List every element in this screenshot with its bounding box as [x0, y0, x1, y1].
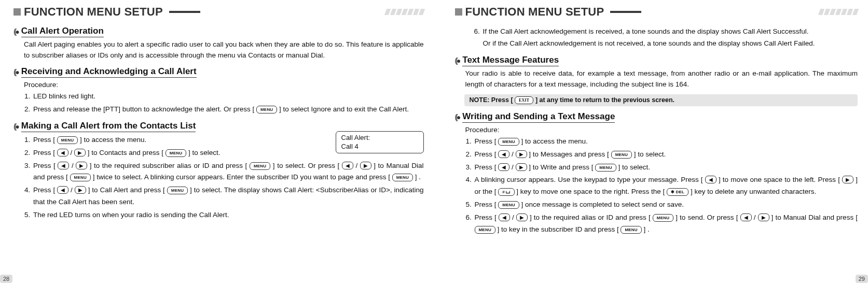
title-bar — [610, 11, 858, 13]
display-line: Call Alert: — [341, 134, 418, 142]
section-title: Call Alert Operation — [21, 26, 104, 37]
signal-icon: ((● — [13, 27, 18, 36]
right-arrow-icon: ▶ — [74, 149, 86, 156]
note-box: NOTE: Press [ EXIT ] at any time to retu… — [464, 94, 858, 106]
left-arrow-icon: ◀ — [499, 213, 510, 221]
section-body: Call Alert paging enables you to alert a… — [13, 39, 424, 61]
left-arrow-icon: ◀ — [57, 186, 68, 194]
section-call-alert-operation: ((● Call Alert Operation Call Alert pagi… — [13, 26, 424, 61]
section-making-call-alert: ((● Making a Call Alert from the Contact… — [13, 121, 424, 222]
left-arrow-icon: ◀ — [498, 163, 509, 171]
menu-button-icon: MENU — [653, 214, 673, 222]
list-item: Press [ ◀ / ▶ ] to the required subscrib… — [32, 160, 424, 184]
page-title: FUNCTION MENU SETUP — [24, 5, 163, 19]
menu-button-icon: MENU — [256, 106, 277, 113]
section-writing-text-message: ((● Writing and Sending a Text Message P… — [455, 111, 858, 236]
procedure-list: Press [ MENU ] to access the menu. Press… — [455, 136, 858, 236]
page-number: 29 — [856, 275, 868, 283]
hash-key-icon: # ⌴ — [498, 188, 514, 196]
right-page: FUNCTION MENU SETUP If the Call Alert ac… — [434, 0, 869, 285]
section-title: Making a Call Alert from the Contacts Li… — [21, 121, 196, 132]
menu-button-icon: MENU — [70, 174, 91, 181]
signal-icon: ((● — [13, 122, 18, 131]
title-square-icon — [455, 8, 462, 16]
list-item: Press [ ◀ / ▶ ] to the required alias or… — [474, 212, 858, 236]
menu-button-icon: MENU — [392, 174, 413, 181]
stripes-icon — [819, 9, 858, 15]
procedure-label: Procedure: — [455, 125, 858, 136]
section-receiving-call-alert: ((● Receiving and Acknowledging a Call A… — [13, 66, 424, 116]
stripes-icon — [385, 9, 424, 15]
list-item: Press [ ◀ / ▶ ] to Write and press [ MEN… — [474, 162, 858, 174]
menu-button-icon: MENU — [595, 164, 616, 172]
menu-button-icon: MENU — [167, 187, 188, 194]
list-item: Press [ ◀ / ▶ ] to Messages and press [ … — [474, 149, 858, 161]
page-header: FUNCTION MENU SETUP — [455, 5, 858, 19]
exit-button-icon: EXIT — [515, 96, 533, 104]
title-bar — [169, 11, 424, 13]
page-number: 28 — [0, 275, 12, 283]
left-arrow-icon: ◀ — [498, 150, 509, 158]
menu-button-icon: MENU — [498, 201, 519, 209]
left-page: FUNCTION MENU SETUP ((● Call Alert Opera… — [0, 0, 434, 285]
list-item: The red LED turns on when your radio is … — [32, 209, 424, 221]
right-arrow-icon: ▶ — [842, 176, 853, 183]
list-item: Press [ ◀ / ▶ ] to Call Alert and press … — [32, 184, 424, 208]
section-title: Writing and Sending a Text Message — [462, 111, 615, 123]
menu-button-icon: MENU — [611, 151, 632, 159]
left-arrow-icon: ◀ — [342, 162, 353, 169]
right-arrow-icon: ▶ — [516, 150, 527, 158]
right-arrow-icon: ▶ — [360, 162, 371, 169]
signal-icon: ((● — [455, 113, 460, 121]
left-arrow-icon: ◀ — [57, 149, 68, 156]
right-arrow-icon: ▶ — [516, 163, 527, 171]
procedure-label: Procedure: — [13, 80, 424, 91]
menu-button-icon: MENU — [57, 136, 78, 144]
signal-icon: ((● — [13, 68, 18, 76]
left-arrow-icon: ◀ — [740, 213, 752, 221]
left-arrow-icon: ◀ — [705, 176, 717, 183]
menu-button-icon: MENU — [498, 138, 519, 146]
page-header: FUNCTION MENU SETUP — [13, 5, 424, 19]
continued-list: If the Call Alert acknowledgement is rec… — [455, 26, 858, 50]
section-body: Your radio is able to receive data, for … — [455, 68, 858, 90]
right-arrow-icon: ▶ — [76, 162, 87, 169]
list-item: If the Call Alert acknowledgement is rec… — [482, 26, 858, 50]
section-title: Receiving and Acknowledging a Call Alert — [21, 66, 197, 78]
section-text-message-features: ((● Text Message Features Your radio is … — [455, 55, 858, 90]
right-arrow-icon: ▶ — [75, 186, 86, 194]
display-line: Call 4 — [341, 142, 418, 151]
right-arrow-icon: ▶ — [758, 213, 769, 221]
procedure-list: LED blinks red light. Press and release … — [13, 91, 424, 116]
star-del-key-icon: ✱ DEL — [667, 188, 688, 196]
menu-button-icon: MENU — [621, 226, 641, 234]
list-item: A blinking cursor appears. Use the keypa… — [474, 174, 858, 198]
page-title: FUNCTION MENU SETUP — [465, 5, 604, 19]
list-item: Press and release the [PTT] button to ac… — [32, 104, 424, 116]
section-title: Text Message Features — [462, 55, 559, 66]
signal-icon: ((● — [455, 56, 460, 65]
list-item: Press [ MENU ] once message is completed… — [474, 199, 858, 211]
menu-button-icon: MENU — [166, 149, 186, 157]
right-arrow-icon: ▶ — [516, 213, 528, 221]
left-arrow-icon: ◀ — [58, 162, 69, 169]
menu-button-icon: MENU — [475, 226, 495, 234]
list-item: LED blinks red light. — [32, 91, 424, 103]
list-item: Press [ MENU ] to access the menu. — [474, 136, 858, 148]
title-square-icon — [13, 8, 21, 16]
menu-button-icon: MENU — [250, 162, 270, 170]
display-example-box: Call Alert: Call 4 — [336, 131, 424, 154]
